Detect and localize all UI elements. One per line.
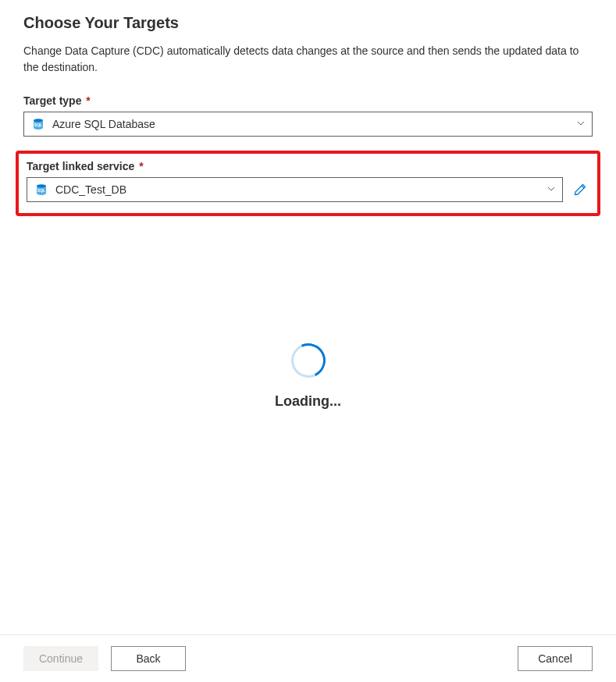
target-linked-service-value: CDC_Test_DB [55,183,540,196]
target-linked-service-highlight: Target linked service * SQL CDC_Test_DB [16,151,600,216]
target-type-field: Target type * SQL Azure SQL Database [23,94,593,137]
target-type-dropdown[interactable]: SQL Azure SQL Database [23,112,593,137]
required-indicator: * [136,160,143,172]
chevron-down-icon [576,119,586,130]
azure-sql-icon: SQL [30,116,46,132]
spinner-icon [286,339,329,382]
target-linked-service-dropdown[interactable]: SQL CDC_Test_DB [27,177,563,202]
svg-text:SQL: SQL [34,123,42,127]
page-title: Choose Your Targets [23,14,593,32]
target-type-label-text: Target type [23,94,81,107]
required-indicator: * [83,94,90,107]
loading-text: Loading... [275,393,341,410]
continue-button: Continue [23,646,98,671]
cancel-button[interactable]: Cancel [518,646,593,671]
target-linked-service-label: Target linked service * [27,160,589,172]
back-button[interactable]: Back [111,646,186,671]
target-linked-service-label-text: Target linked service [27,160,134,172]
footer: Continue Back Cancel [0,634,616,682]
target-type-value: Azure SQL Database [52,118,570,130]
svg-text:SQL: SQL [37,188,45,193]
page-description: Change Data Capture (CDC) automatically … [23,43,593,76]
loading-area: Loading... [0,343,616,410]
edit-icon[interactable] [571,180,589,199]
target-type-label: Target type * [23,94,593,107]
azure-sql-icon: SQL [34,182,49,197]
chevron-down-icon [547,184,556,196]
